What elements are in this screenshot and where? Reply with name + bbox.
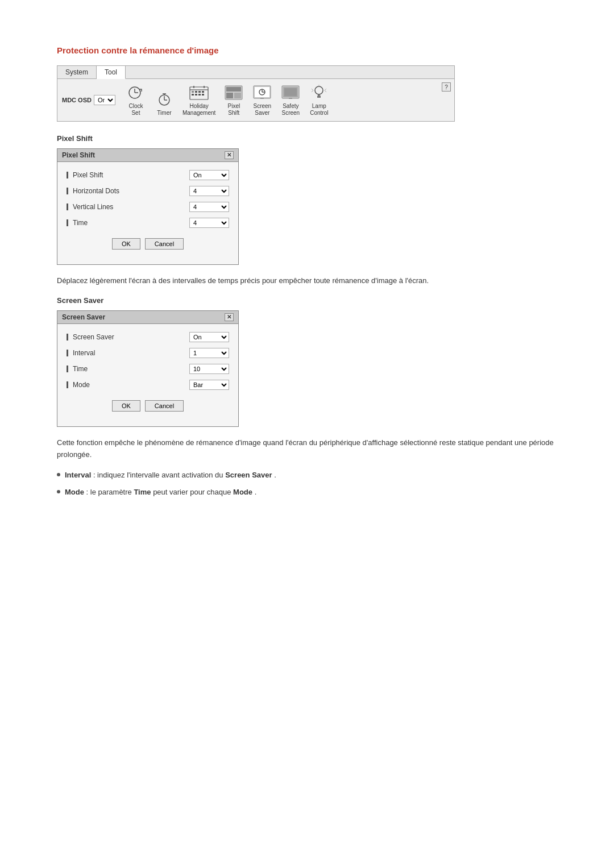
mdc-osd-select[interactable]: On Off bbox=[94, 95, 115, 105]
interval-bold: Interval bbox=[65, 471, 91, 479]
safety-screen-icon-item[interactable]: SafetyScreen bbox=[277, 82, 304, 118]
toolbar: System Tool ? MDC OSD On Off bbox=[57, 65, 455, 122]
svg-rect-15 bbox=[195, 94, 197, 95]
tab-tool[interactable]: Tool bbox=[97, 66, 126, 79]
svg-rect-17 bbox=[202, 94, 204, 95]
lamp-control-icon-item[interactable]: LampControl bbox=[305, 82, 333, 118]
bullet-dot-1 bbox=[57, 473, 60, 476]
svg-rect-16 bbox=[198, 94, 201, 95]
ss-row-indicator-2 bbox=[67, 350, 68, 356]
mode-label: Mode bbox=[67, 381, 90, 389]
screen-saver-icon bbox=[252, 84, 272, 102]
svg-rect-13 bbox=[202, 91, 204, 93]
toolbar-icons: ClockSet Timer bbox=[122, 82, 333, 118]
vertical-lines-select[interactable]: 4 1 2 3 bbox=[189, 202, 229, 212]
mode-bold-2: Mode bbox=[233, 488, 252, 496]
interval-text-1: : indiquez l'intervalle avant activation… bbox=[93, 471, 225, 479]
screen-saver-row-label: Screen Saver bbox=[67, 333, 114, 341]
mode-bold: Mode bbox=[65, 488, 84, 496]
row-indicator-3 bbox=[67, 203, 68, 210]
screen-saver-close-button[interactable]: ✕ bbox=[225, 313, 234, 321]
screen-saver-title-bar: Screen Saver ✕ bbox=[57, 311, 238, 324]
interval-bullet: Interval : indiquez l'intervalle avant a… bbox=[57, 470, 557, 481]
bullet-dot-2 bbox=[57, 490, 60, 493]
clock-set-icon bbox=[126, 84, 146, 102]
svg-rect-12 bbox=[198, 91, 201, 93]
time-row: Time 4 1 2 3 bbox=[67, 218, 229, 228]
ss-row-indicator-4 bbox=[67, 381, 68, 388]
bullet-list: Interval : indiquez l'intervalle avant a… bbox=[57, 470, 557, 497]
toolbar-tabs: System Tool bbox=[57, 66, 454, 79]
lamp-control-icon bbox=[309, 84, 329, 102]
ss-row-indicator-3 bbox=[67, 366, 68, 372]
safety-screen-label: SafetyScreen bbox=[281, 103, 300, 117]
svg-rect-8 bbox=[190, 87, 208, 99]
mode-row: Mode Bar Eraser Pixel bbox=[67, 380, 229, 390]
pixel-shift-label: PixelShift bbox=[227, 103, 240, 117]
horizontal-dots-label: Horizontal Dots bbox=[67, 187, 119, 195]
screen-saver-description: Cette fonction empêche le phénomène de r… bbox=[57, 437, 557, 461]
row-indicator-2 bbox=[67, 188, 68, 194]
pixel-shift-icon bbox=[223, 84, 244, 102]
pixel-shift-row: Pixel Shift On Off bbox=[67, 170, 229, 180]
screen-saver-dialog: Screen Saver ✕ Screen Saver On Off Inter… bbox=[57, 310, 239, 427]
svg-rect-21 bbox=[226, 87, 241, 92]
mode-text-2: peut varier pour chaque bbox=[153, 488, 233, 496]
svg-rect-10 bbox=[192, 91, 194, 93]
help-button[interactable]: ? bbox=[442, 82, 451, 92]
pixel-shift-ok-button[interactable]: OK bbox=[112, 238, 140, 250]
pixel-shift-dialog-title: Pixel Shift bbox=[62, 151, 95, 159]
ss-time-label: Time bbox=[67, 365, 88, 373]
pixel-shift-row-label: Pixel Shift bbox=[67, 171, 103, 179]
time-select[interactable]: 4 1 2 3 bbox=[189, 218, 229, 228]
holiday-management-icon-item[interactable]: HolidayManagement bbox=[179, 82, 219, 118]
safety-screen-icon bbox=[280, 84, 301, 102]
tab-system[interactable]: System bbox=[57, 66, 97, 78]
ss-row-indicator-1 bbox=[67, 334, 68, 340]
ss-time-select[interactable]: 10 5 20 bbox=[189, 364, 229, 374]
svg-rect-14 bbox=[192, 94, 194, 95]
horizontal-dots-select[interactable]: 4 1 2 3 bbox=[189, 186, 229, 196]
screen-saver-ok-button[interactable]: OK bbox=[112, 400, 140, 412]
holiday-management-label: HolidayManagement bbox=[182, 103, 215, 117]
pixel-shift-icon-item[interactable]: PixelShift bbox=[220, 82, 247, 118]
screen-saver-icon-item[interactable]: ScreenSaver bbox=[248, 82, 276, 118]
screen-saver-footer: OK Cancel bbox=[67, 396, 229, 418]
time-label: Time bbox=[67, 219, 88, 227]
timer-label: Timer bbox=[157, 110, 171, 117]
lamp-control-label: LampControl bbox=[310, 103, 328, 117]
mode-text-1: : le paramètre bbox=[86, 488, 134, 496]
svg-rect-11 bbox=[195, 91, 197, 93]
screen-saver-header: Screen Saver bbox=[57, 296, 557, 305]
svg-rect-32 bbox=[284, 88, 297, 96]
timer-icon-item[interactable]: Timer bbox=[151, 89, 178, 118]
mode-select[interactable]: Bar Eraser Pixel bbox=[189, 380, 229, 390]
vertical-lines-label: Vertical Lines bbox=[67, 203, 113, 211]
pixel-shift-dialog: Pixel Shift ✕ Pixel Shift On Off Horizon… bbox=[57, 148, 239, 265]
pixel-shift-close-button[interactable]: ✕ bbox=[225, 151, 234, 159]
screen-saver-row: Screen Saver On Off bbox=[67, 332, 229, 342]
mdc-osd-label: MDC OSD bbox=[62, 97, 92, 103]
interval-select[interactable]: 1 2 3 bbox=[189, 348, 229, 358]
mode-bullet: Mode : le paramètre Time peut varier pou… bbox=[57, 487, 557, 498]
pixel-shift-description: Déplacez légèrement l'écran à des interv… bbox=[57, 275, 557, 287]
pixel-shift-dialog-body: Pixel Shift On Off Horizontal Dots 4 1 2… bbox=[57, 162, 238, 264]
pixel-shift-value-select[interactable]: On Off bbox=[189, 170, 229, 180]
svg-rect-23 bbox=[234, 93, 241, 98]
row-indicator bbox=[67, 172, 68, 178]
toolbar-body: ? MDC OSD On Off ClockSet bbox=[57, 79, 454, 121]
clock-set-icon-item[interactable]: ClockSet bbox=[122, 82, 150, 118]
screen-saver-value-select[interactable]: On Off bbox=[189, 332, 229, 342]
time-bold: Time bbox=[134, 488, 151, 496]
mode-text-3: . bbox=[255, 488, 257, 496]
mdc-osd-section: MDC OSD On Off bbox=[62, 95, 115, 105]
svg-rect-22 bbox=[226, 93, 233, 98]
horizontal-dots-row: Horizontal Dots 4 1 2 3 bbox=[67, 186, 229, 196]
screen-saver-cancel-button[interactable]: Cancel bbox=[145, 400, 184, 412]
svg-line-38 bbox=[312, 89, 313, 90]
page-title: Protection contre la rémanence d'image bbox=[57, 45, 557, 55]
clock-set-label: ClockSet bbox=[128, 103, 143, 117]
svg-line-39 bbox=[312, 90, 313, 92]
pixel-shift-cancel-button[interactable]: Cancel bbox=[145, 238, 184, 250]
row-indicator-4 bbox=[67, 219, 68, 226]
